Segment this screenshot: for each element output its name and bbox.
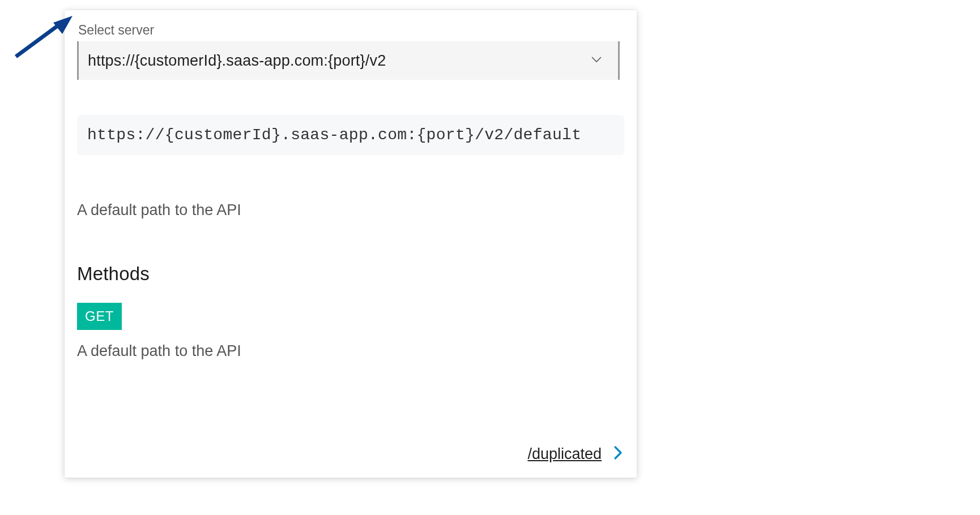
svg-marker-1 <box>53 16 73 34</box>
http-method-badge-get[interactable]: GET <box>77 303 122 330</box>
chevron-down-icon <box>590 53 603 68</box>
chevron-right-icon[interactable] <box>613 445 623 463</box>
pointer-arrow-annotation <box>11 16 74 63</box>
select-server-label: Select server <box>78 23 624 38</box>
server-select-value: https://{customerId}.saas-app.com:{port}… <box>88 52 386 70</box>
methods-heading: Methods <box>77 263 624 285</box>
resolved-url-display: https://{customerId}.saas-app.com:{port}… <box>77 115 624 155</box>
api-endpoint-card: Select server https://{customerId}.saas-… <box>65 10 637 478</box>
footer-nav-row: /duplicated <box>77 445 624 463</box>
method-description: A default path to the API <box>77 342 624 360</box>
server-select-dropdown[interactable]: https://{customerId}.saas-app.com:{port}… <box>77 41 620 80</box>
next-endpoint-link[interactable]: /duplicated <box>527 445 602 463</box>
endpoint-description: A default path to the API <box>77 201 624 219</box>
svg-line-0 <box>16 22 63 57</box>
